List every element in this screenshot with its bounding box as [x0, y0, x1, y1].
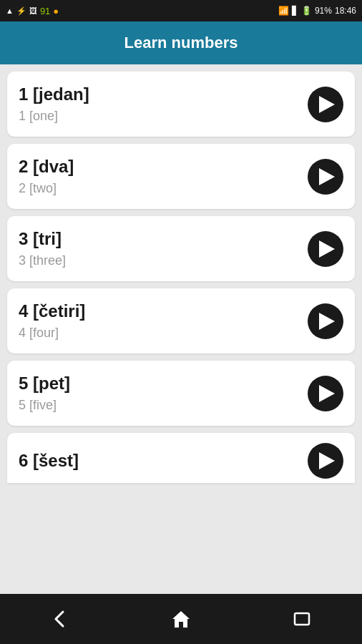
app-header: Learn numbers [0, 21, 362, 64]
play-button-1[interactable] [308, 87, 343, 122]
bottom-navigation [0, 594, 362, 644]
card-primary-4: 4 [četiri] [19, 301, 85, 321]
play-icon-3 [319, 240, 335, 258]
status-bar-right: 📶 ▋ 🔋 91% 18:46 [278, 6, 356, 16]
card-secondary-2: 2 [two] [19, 181, 74, 196]
card-secondary-5: 5 [five] [19, 398, 70, 413]
play-icon-2 [319, 168, 335, 185]
back-button[interactable] [43, 602, 77, 636]
number-card-2: 2 [dva] 2 [two] [7, 144, 355, 209]
card-text-2: 2 [dva] 2 [two] [19, 157, 74, 196]
play-button-2[interactable] [308, 159, 343, 195]
card-primary-3: 3 [tri] [19, 229, 66, 249]
play-icon-5 [319, 385, 335, 402]
card-text-3: 3 [tri] 3 [three] [19, 229, 66, 268]
battery-percent: 91% [315, 6, 332, 16]
signal-icon: ▋ [292, 6, 298, 16]
home-icon [171, 609, 191, 629]
content-area: 1 [jedan] 1 [one] 2 [dva] 2 [two] 3 [tri… [0, 64, 362, 594]
back-icon [50, 609, 70, 629]
card-text-4: 4 [četiri] 4 [four] [19, 301, 85, 341]
number-card-1: 1 [jedan] 1 [one] [7, 72, 355, 137]
recents-icon [292, 609, 312, 629]
number-card-6-partial: 6 [šest] [7, 433, 355, 483]
status-bar: ▲ ⚡ 🖼 91 ● 📶 ▋ 🔋 91% 18:46 [0, 0, 362, 21]
card-secondary-4: 4 [four] [19, 326, 85, 341]
card-text-5: 5 [pet] 5 [five] [19, 374, 70, 413]
number-card-5: 5 [pet] 5 [five] [7, 361, 355, 426]
card-text-1: 1 [jedan] 1 [one] [19, 84, 89, 124]
card-primary-5: 5 [pet] [19, 374, 70, 394]
play-icon-6 [319, 452, 335, 469]
card-primary-1: 1 [jedan] [19, 84, 89, 104]
page-title: Learn numbers [124, 34, 238, 52]
wifi-icon: 📶 [278, 6, 289, 16]
play-icon-4 [319, 313, 335, 330]
badge-icon: 91 [40, 6, 50, 16]
notification-icon: ▲ [6, 6, 14, 15]
time-display: 18:46 [335, 6, 356, 16]
home-button[interactable] [164, 602, 198, 636]
card-text-6: 6 [šest] [19, 451, 79, 471]
battery-icon: 🔋 [301, 6, 312, 16]
card-secondary-3: 3 [three] [19, 253, 66, 268]
card-primary-2: 2 [dva] [19, 157, 74, 177]
number-card-4: 4 [četiri] 4 [four] [7, 288, 355, 353]
recents-button[interactable] [285, 602, 319, 636]
number-card-3: 3 [tri] 3 [three] [7, 216, 355, 281]
play-button-5[interactable] [308, 376, 343, 411]
status-bar-left: ▲ ⚡ 🖼 91 ● [6, 6, 59, 16]
play-icon-1 [319, 96, 335, 113]
card-secondary-1: 1 [one] [19, 109, 89, 124]
svg-marker-0 [172, 611, 190, 628]
image-icon: 🖼 [29, 6, 37, 15]
usb-icon: ⚡ [16, 6, 26, 16]
circle-icon: ● [53, 6, 59, 16]
card-primary-6: 6 [šest] [19, 451, 79, 471]
play-button-6[interactable] [308, 443, 343, 479]
svg-rect-1 [295, 613, 309, 625]
play-button-4[interactable] [308, 303, 343, 339]
play-button-3[interactable] [308, 231, 343, 267]
